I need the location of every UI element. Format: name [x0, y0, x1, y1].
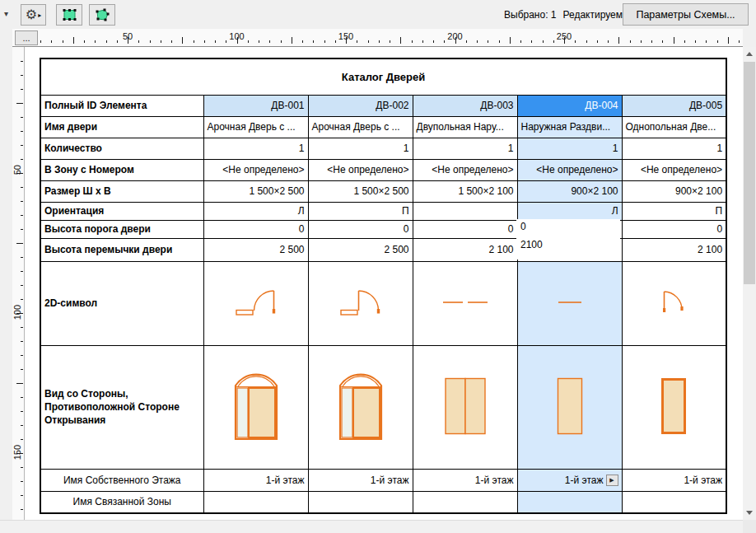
cell-size-2[interactable]: 1 500×2 500 — [308, 180, 413, 202]
cell-header-3[interactable]: 2 100 — [413, 238, 517, 261]
cell-zone-4[interactable]: <Не определено> — [517, 159, 622, 180]
cell-zone-3[interactable]: <Не определено> — [413, 159, 517, 180]
polygon-selection-button[interactable] — [89, 4, 115, 26]
cell-view-3[interactable] — [413, 345, 517, 469]
table-row: Вид со Стороны, Противоположной Стороне … — [40, 345, 726, 469]
arched-door-elevation-icon — [338, 372, 383, 441]
cell-id-dv002[interactable]: ДВ-002 — [308, 95, 413, 116]
row-label-size: Размер Ш x В — [40, 180, 203, 202]
cell-2d-symbol-5[interactable] — [622, 261, 726, 345]
cell-story-1[interactable]: 1-й этаж — [203, 469, 308, 491]
cell-qty-1[interactable]: 1 — [203, 138, 308, 159]
cell-edit-overlay[interactable]: 0 2100 — [516, 219, 620, 259]
settings-button[interactable]: ⚙▸ — [21, 4, 46, 26]
arched-door-elevation-icon — [234, 372, 278, 441]
cell-size-3[interactable]: 1 500×2 100 — [413, 180, 517, 202]
cell-header-5[interactable]: 2 100 — [622, 238, 726, 261]
marquee-selection-button[interactable] — [56, 4, 82, 26]
cell-orient-1[interactable]: Л — [203, 202, 308, 220]
h-ruler-label: 200 — [445, 31, 466, 41]
row-label-header-height: Высота перемычки двери — [40, 238, 203, 261]
cell-story-5[interactable]: 1-й этаж — [622, 469, 726, 491]
toolbar: ▾ ⚙▸ Выбрано: 1Редактируемых: 1 Параметр… — [0, 0, 756, 29]
horizontal-scrollbar[interactable] — [0, 520, 756, 533]
door-plan-swing-left-icon — [236, 288, 277, 316]
cell-zone-5[interactable]: <Не определено> — [622, 159, 726, 180]
cell-view-5[interactable] — [622, 345, 726, 469]
cell-view-4[interactable] — [517, 345, 622, 469]
cell-relzone-4[interactable] — [517, 491, 622, 513]
row-label-sill-height: Высота порога двери — [40, 220, 203, 238]
cell-2d-symbol-3[interactable] — [413, 261, 517, 345]
table-row: В Зону с Номером <Не определено> <Не опр… — [40, 159, 726, 180]
cell-2d-symbol-1[interactable] — [203, 261, 308, 345]
cell-sill-3[interactable]: 0 — [413, 220, 517, 238]
cell-id-dv001[interactable]: ДВ-001 — [203, 95, 308, 116]
vertical-scrollbar[interactable] — [743, 47, 756, 520]
cell-id-dv003[interactable]: ДВ-003 — [413, 95, 517, 116]
cell-orient-2[interactable]: П — [308, 202, 413, 220]
cell-2d-symbol-4[interactable] — [517, 261, 622, 345]
cell-qty-5[interactable]: 1 — [622, 138, 726, 159]
collapse-panel-arrow-icon[interactable]: ▾ — [4, 9, 8, 18]
gear-icon: ⚙ — [26, 8, 37, 21]
cell-header-1[interactable]: 2 500 — [203, 238, 308, 261]
cell-view-2[interactable] — [308, 345, 413, 469]
cell-qty-2[interactable]: 1 — [308, 138, 413, 159]
row-label-orientation: Ориентация — [40, 202, 203, 220]
row-label-2d-symbol: 2D-символ — [40, 261, 203, 345]
cell-story-3[interactable]: 1-й этаж — [413, 469, 517, 491]
edit-value-sill[interactable]: 0 — [520, 221, 620, 233]
cell-qty-4[interactable]: 1 — [517, 138, 622, 159]
scrollbar-corner — [743, 520, 756, 533]
ruler-options-button[interactable]: ... — [15, 30, 38, 45]
cell-id-dv005[interactable]: ДВ-005 — [622, 95, 726, 116]
edit-value-header[interactable]: 2100 — [520, 239, 620, 251]
scroll-up-icon — [746, 52, 753, 56]
selected-count-label: Выбрано: 1 — [504, 9, 557, 21]
cell-size-1[interactable]: 1 500×2 500 — [203, 180, 308, 202]
cell-sill-5[interactable]: 0 — [622, 220, 726, 238]
cell-header-2[interactable]: 2 500 — [308, 238, 413, 261]
cell-view-1[interactable] — [203, 345, 308, 469]
scroll-up-button[interactable] — [743, 47, 756, 61]
cell-orient-5[interactable]: П — [622, 202, 726, 220]
table-row: Имя двери Арочная Дверь с ... Арочная Дв… — [40, 116, 726, 138]
h-ruler-label: 100 — [226, 31, 248, 41]
scroll-down-button[interactable] — [743, 506, 756, 520]
cell-name-5[interactable]: Однопольная Две... — [622, 116, 726, 138]
row-label-quantity: Количество — [40, 138, 203, 159]
cell-relzone-2[interactable] — [308, 491, 413, 513]
cell-name-3[interactable]: Двупольная Нару... — [413, 116, 517, 138]
flyout-arrow-icon: ▸ — [38, 12, 41, 19]
row-label-home-story: Имя Собственного Этажа — [40, 469, 203, 491]
double-sliding-door-plan-icon — [441, 294, 490, 311]
cell-size-5[interactable]: 900×2 100 — [622, 180, 726, 202]
cell-name-2[interactable]: Арочная Дверь с ... — [308, 116, 413, 138]
vertical-scrollbar-thumb[interactable] — [744, 62, 755, 284]
cell-sill-2[interactable]: 0 — [308, 220, 413, 238]
cell-qty-3[interactable]: 1 — [413, 138, 517, 159]
scheme-settings-button[interactable]: Параметры Схемы... — [623, 3, 749, 26]
v-ruler-label: 150 — [12, 445, 22, 460]
cell-2d-symbol-2[interactable] — [308, 261, 413, 345]
cell-orient-4[interactable]: Л — [517, 202, 622, 220]
h-ruler-label: 50 — [117, 31, 138, 41]
cell-relzone-3[interactable] — [413, 491, 517, 513]
row-label-related-zone: Имя Связанной Зоны — [40, 491, 203, 513]
cell-zone-2[interactable]: <Не определено> — [308, 159, 413, 180]
single-door-elevation-bold-icon — [660, 377, 687, 435]
cell-size-4[interactable]: 900×2 100 — [517, 180, 622, 202]
cell-sill-1[interactable]: 0 — [203, 220, 308, 238]
cell-name-4[interactable]: Наружная Раздви... — [517, 116, 622, 138]
cell-orient-3[interactable] — [413, 202, 517, 220]
cell-relzone-1[interactable] — [203, 491, 308, 513]
cell-story-2[interactable]: 1-й этаж — [308, 469, 413, 491]
story-expand-button[interactable]: ▶ — [606, 475, 618, 486]
cell-story-4[interactable]: 1-й этаж ▶ — [517, 469, 622, 491]
cell-id-dv004-selected[interactable]: ДВ-004 — [517, 95, 622, 116]
cell-name-1[interactable]: Арочная Дверь с ... — [203, 116, 308, 138]
v-ruler-label: 50 — [12, 165, 22, 175]
cell-relzone-5[interactable] — [622, 491, 726, 513]
cell-zone-1[interactable]: <Не определено> — [203, 159, 308, 180]
